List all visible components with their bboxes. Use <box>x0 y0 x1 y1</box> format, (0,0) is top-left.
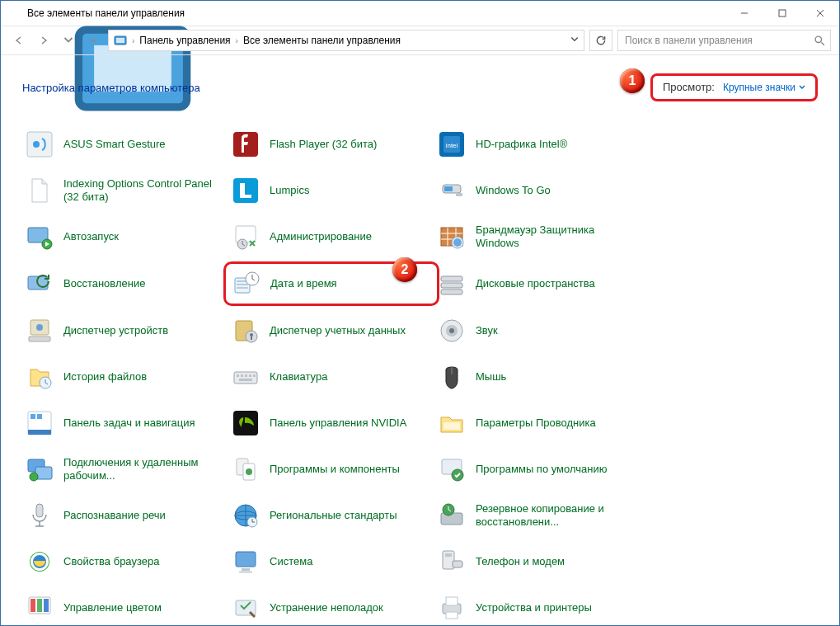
cp-item-troubleshoot[interactable]: Устранение неполадок <box>228 590 434 625</box>
cp-item-label: Резервное копирование и восстановлени... <box>476 502 636 530</box>
cp-item-internet-options[interactable]: Свойства браузера <box>22 544 228 580</box>
cp-item-label: Indexing Options Control Panel (32 бита) <box>63 177 224 205</box>
cp-item-firewall[interactable]: Брандмауэр Защитника Windows <box>434 219 641 255</box>
cp-item-label: Свойства браузера <box>63 555 159 568</box>
recovery-icon <box>26 270 54 298</box>
chevron-down-icon <box>799 84 805 91</box>
cp-item-lumpics[interactable]: Lumpics <box>228 172 434 209</box>
address-dropdown[interactable] <box>570 35 579 46</box>
gesture-icon <box>26 130 54 158</box>
cp-item-sound[interactable]: Звук <box>434 313 641 349</box>
titlebar: Все элементы панели управления <box>1 1 839 26</box>
cp-item-keyboard[interactable]: Клавиатура <box>228 359 434 395</box>
cp-item-credential-manager[interactable]: Диспетчер учетных данных <box>228 313 434 349</box>
cp-item-label: Устройства и принтеры <box>476 601 592 614</box>
kbd-icon <box>232 363 260 391</box>
cp-item-label: Панель управления NVIDIA <box>270 417 406 430</box>
cp-item-speech[interactable]: Распознавание речи <box>22 497 228 534</box>
maximize-button[interactable] <box>763 1 801 26</box>
search-box[interactable] <box>617 30 831 51</box>
breadcrumb-current[interactable]: Все элементы панели управления <box>243 35 401 46</box>
recent-dropdown[interactable] <box>59 31 78 50</box>
cp-item-remote-desktop[interactable]: Подключения к удаленным рабочим... <box>22 451 228 487</box>
printer-icon <box>438 594 466 622</box>
view-label: Просмотр: <box>663 81 715 94</box>
close-icon <box>816 9 824 17</box>
cp-item-system[interactable]: Система <box>228 544 434 580</box>
address-bar[interactable]: › Панель управления › Все элементы панел… <box>108 30 584 51</box>
color-icon <box>26 594 54 622</box>
cp-item-folder-options[interactable]: Параметры Проводника <box>434 405 641 441</box>
wtg-icon <box>438 177 466 205</box>
up-button[interactable] <box>83 31 103 50</box>
cp-item-label: Распознавание речи <box>63 509 166 522</box>
breadcrumb-root[interactable]: Панель управления <box>139 35 230 46</box>
cp-item-label: История файлов <box>63 370 147 384</box>
cp-item-backup[interactable]: Резервное копирование и восстановлени... <box>434 497 641 534</box>
minimize-button[interactable] <box>725 1 763 26</box>
cp-item-default-programs[interactable]: Программы по умолчанию <box>434 451 641 487</box>
breadcrumb-separator: › <box>132 36 134 45</box>
cp-item-device-manager[interactable]: Диспетчер устройств <box>22 313 228 349</box>
lumpics-icon <box>232 177 260 205</box>
control-panel-window: Все элементы панели управления › Панель … <box>0 0 840 626</box>
search-icon <box>814 35 825 46</box>
cp-item-file-history[interactable]: История файлов <box>22 359 228 395</box>
cp-item-label: Lumpics <box>270 184 309 197</box>
cp-item-mouse[interactable]: Мышь <box>434 359 641 395</box>
cp-item-label: Мышь <box>476 370 506 384</box>
view-selector[interactable]: Просмотр: Крупные значки <box>650 73 818 101</box>
search-input[interactable] <box>623 34 809 47</box>
minimize-icon <box>740 9 748 17</box>
chevron-down-icon <box>570 35 579 44</box>
cp-item-devices-printers[interactable]: Устройства и принтеры <box>434 590 641 625</box>
cp-item-indexing-options[interactable]: Indexing Options Control Panel (32 бита) <box>22 172 228 209</box>
cp-item-taskbar-nav[interactable]: Панель задач и навигация <box>22 405 228 441</box>
cp-item-label: Параметры Проводника <box>476 417 596 430</box>
close-button[interactable] <box>801 1 839 26</box>
chevron-down-icon <box>63 35 73 45</box>
cp-item-storage-spaces[interactable]: Дисковые пространства <box>434 265 641 303</box>
forward-icon <box>39 35 49 45</box>
cp-item-autoplay[interactable]: Автозапуск <box>22 219 228 255</box>
cp-item-programs-features[interactable]: Программы и компоненты <box>228 451 434 487</box>
nvidia-icon <box>232 409 260 437</box>
cp-item-label: Управление цветом <box>63 601 162 614</box>
cp-item-recovery[interactable]: Восстановление <box>22 265 228 303</box>
phone-icon <box>438 548 466 576</box>
cp-item-windows-to-go[interactable]: Windows To Go <box>434 172 641 209</box>
cp-item-nvidia[interactable]: Панель управления NVIDIA <box>228 405 434 441</box>
cp-item-asus-smart-gesture[interactable]: ASUS Smart Gesture <box>22 126 228 162</box>
cp-item-label: Администрирование <box>270 230 372 243</box>
cp-item-label: Брандмауэр Защитника Windows <box>476 224 636 251</box>
system-icon <box>232 548 260 576</box>
cp-item-label: Панель задач и навигация <box>63 417 195 430</box>
admin-icon <box>232 223 260 251</box>
doc-icon <box>26 177 54 205</box>
mouse-icon <box>438 363 466 391</box>
back-button[interactable] <box>9 31 29 50</box>
cp-item-label: Дата и время <box>270 277 337 290</box>
cp-item-flash-player[interactable]: Flash Player (32 бита) <box>228 126 434 162</box>
view-value[interactable]: Крупные значки <box>723 82 805 93</box>
cp-item-color-management[interactable]: Управление цветом <box>22 590 228 625</box>
mic-icon <box>26 501 54 530</box>
up-icon <box>88 35 98 45</box>
intel-icon <box>438 130 466 158</box>
cp-item-label: Восстановление <box>63 277 145 290</box>
refresh-button[interactable] <box>589 30 612 51</box>
cp-item-region[interactable]: Региональные стандарты <box>228 497 434 534</box>
cp-item-label: Клавиатура <box>270 370 327 384</box>
cp-item-intel-graphics[interactable]: HD-графика Intel® <box>434 126 641 162</box>
clock-icon <box>232 270 260 298</box>
breadcrumb-separator: › <box>236 36 238 45</box>
cp-item-label: Подключения к удаленным рабочим... <box>63 456 224 483</box>
cp-item-label: Звук <box>476 324 498 337</box>
cp-item-admin-tools[interactable]: Администрирование <box>228 219 434 255</box>
ie-icon <box>26 548 54 576</box>
page-title: Настройка параметров компьютера <box>22 82 200 94</box>
flash-icon <box>232 130 260 158</box>
cp-item-phone-modem[interactable]: Телефон и модем <box>434 544 641 580</box>
progs-icon <box>232 455 260 483</box>
forward-button[interactable] <box>34 31 54 50</box>
